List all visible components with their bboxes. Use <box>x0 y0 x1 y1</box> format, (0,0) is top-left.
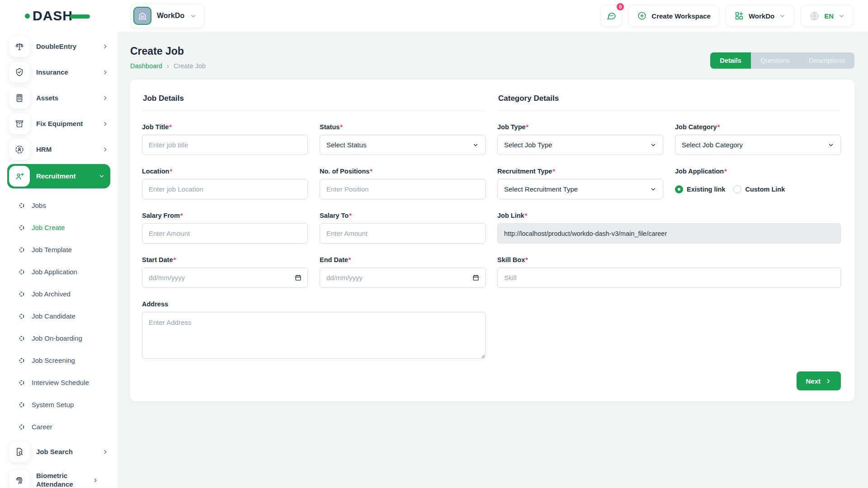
logo-text: DASH <box>33 8 73 23</box>
tab-details[interactable]: Details <box>710 52 751 69</box>
chevron-down-icon <box>650 142 656 148</box>
segment-circle-icon <box>19 247 24 253</box>
field-salary-from: Salary From* <box>142 212 308 244</box>
location-input[interactable] <box>142 179 308 199</box>
chevron-right-icon <box>92 477 99 483</box>
chevron-right-icon <box>102 43 108 50</box>
job-title-input[interactable] <box>142 135 308 155</box>
job-category-select[interactable]: Select Job Category <box>675 135 841 155</box>
logo-dash-icon <box>70 14 90 19</box>
sidebar-subitem-job-archived[interactable]: Job Archived <box>19 283 110 305</box>
field-skill-box: Skill Box* <box>497 256 841 288</box>
segment-circle-icon <box>19 336 24 341</box>
sidebar-item-biometric-attendance[interactable]: Biometric Attendance <box>7 466 110 488</box>
language-label: EN <box>824 12 834 20</box>
divider <box>497 110 841 111</box>
workspace-menu-button[interactable]: WorkDo <box>726 5 794 27</box>
sidebar-item-hrm[interactable]: HRM <box>7 138 110 161</box>
sidebar-item-assets[interactable]: Assets <box>7 87 110 109</box>
status-select[interactable]: Select Status <box>320 135 486 155</box>
sidebar-item-insurance[interactable]: Insurance <box>7 61 110 84</box>
positions-input[interactable] <box>320 179 486 199</box>
field-location: Location* <box>142 168 308 199</box>
divider <box>142 110 486 111</box>
sidebar-subitem-job-create[interactable]: Job Create <box>19 216 110 239</box>
field-end-date: End Date* <box>320 256 486 288</box>
radio-existing-link[interactable]: Existing link <box>675 185 725 193</box>
sidebar-subitem-career[interactable]: Career <box>19 416 110 438</box>
sidebar-item-recruitment[interactable]: Recruitment <box>7 164 110 188</box>
sidebar-item-doubleentry[interactable]: DoubleEntry <box>7 35 110 58</box>
tab-questions[interactable]: Questions <box>751 52 799 69</box>
chevron-right-icon <box>102 121 108 127</box>
field-address: Address <box>142 300 486 361</box>
segment-circle-icon <box>19 225 24 230</box>
breadcrumb: Dashboard › Create Job <box>130 62 206 70</box>
field-job-category: Job Category* Select Job Category <box>675 123 841 155</box>
field-start-date: Start Date* <box>142 256 308 288</box>
sidebar: DoubleEntry Insurance Assets Fix Equip <box>0 32 118 488</box>
tab-descriptions[interactable]: Descriptions <box>799 52 854 69</box>
sidebar-subitem-job-candidate[interactable]: Job Candidate <box>19 305 110 327</box>
field-salary-to: Salary To* <box>320 212 486 244</box>
sidebar-subitem-job-application[interactable]: Job Application <box>19 261 110 283</box>
sidebar-item-job-search[interactable]: Job Search <box>7 441 110 463</box>
create-workspace-label: Create Workspace <box>651 12 711 20</box>
create-job-card: Job Details Job Title* Status* Select St… <box>130 80 854 401</box>
segment-circle-icon <box>19 269 24 275</box>
chat-icon <box>606 10 617 21</box>
sidebar-item-fix-equipment[interactable]: Fix Equipment <box>7 113 110 135</box>
workspace-selector-label: WorkDo <box>157 12 184 20</box>
field-status: Status* Select Status <box>320 123 486 155</box>
archive-box-icon <box>9 113 30 134</box>
category-details-section: Category Details Job Type* Select Job Ty… <box>497 91 841 361</box>
breadcrumb-separator-icon: › <box>167 62 169 70</box>
next-button[interactable]: Next <box>797 371 841 390</box>
end-date-input[interactable] <box>320 267 486 288</box>
sidebar-subitem-job-onboarding[interactable]: Job On-boarding <box>19 327 110 349</box>
chevron-right-icon <box>102 95 108 101</box>
plus-circle-icon <box>637 11 647 21</box>
radio-custom-link[interactable]: Custom Link <box>733 185 785 193</box>
top-header: DASH WorkDo 0 Create Workspace <box>0 0 868 32</box>
chevron-right-icon <box>102 146 108 153</box>
skill-input[interactable] <box>497 267 841 288</box>
globe-icon <box>809 11 820 21</box>
field-job-title: Job Title* <box>142 123 308 155</box>
chevron-right-icon <box>102 69 108 75</box>
field-positions: No. of Positions* <box>320 168 486 199</box>
job-details-section: Job Details Job Title* Status* Select St… <box>142 91 486 361</box>
job-type-select[interactable]: Select Job Type <box>497 135 663 155</box>
field-recruitment-type: Recruitment Type* Select Recruitment Typ… <box>497 168 663 199</box>
breadcrumb-dashboard-link[interactable]: Dashboard <box>130 62 162 70</box>
logo-dot-icon <box>25 14 30 19</box>
language-button[interactable]: EN <box>801 5 854 27</box>
segment-circle-icon <box>19 291 24 297</box>
sidebar-subitem-interview-schedule[interactable]: Interview Schedule <box>19 371 110 394</box>
address-textarea[interactable] <box>142 312 486 359</box>
salary-to-input[interactable] <box>320 223 486 244</box>
recruitment-type-select[interactable]: Select Recruitment Type <box>497 179 663 199</box>
sidebar-subitem-job-screening[interactable]: Job Screening <box>19 349 110 371</box>
chevron-down-icon <box>779 13 786 19</box>
workspace-selector[interactable]: WorkDo <box>130 4 204 28</box>
job-link-input[interactable] <box>497 223 841 244</box>
calculator-icon <box>9 88 30 108</box>
field-job-type: Job Type* Select Job Type <box>497 123 663 155</box>
person-target-icon <box>9 139 30 160</box>
radio-unselected-icon <box>733 185 741 193</box>
sidebar-subitem-system-setup[interactable]: System Setup <box>19 394 110 416</box>
chevron-down-icon <box>828 142 834 148</box>
salary-from-input[interactable] <box>142 223 308 244</box>
sidebar-subitem-jobs[interactable]: Jobs <box>19 194 110 216</box>
create-workspace-button[interactable]: Create Workspace <box>628 5 719 27</box>
start-date-input[interactable] <box>142 267 308 288</box>
segment-circle-icon <box>19 380 24 385</box>
chevron-down-icon <box>472 142 479 148</box>
field-job-link: Job Link* <box>497 212 841 244</box>
chat-button[interactable]: 0 <box>600 5 622 27</box>
brand-logo: DASH <box>0 8 118 23</box>
sidebar-subitem-job-template[interactable]: Job Template <box>19 239 110 261</box>
chevron-right-icon <box>825 378 832 385</box>
field-job-application: Job Application* Existing link Custom Li… <box>675 168 841 199</box>
